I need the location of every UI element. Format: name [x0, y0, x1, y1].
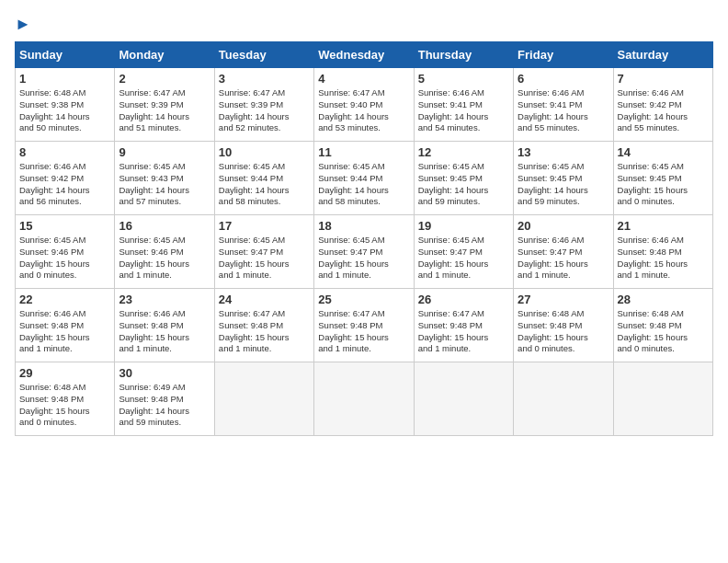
cell-details: Sunrise: 6:45 AM Sunset: 9:47 PM Dayligh… [418, 235, 509, 282]
calendar-cell: 9Sunrise: 6:45 AM Sunset: 9:43 PM Daylig… [115, 142, 214, 215]
cell-details: Sunrise: 6:45 AM Sunset: 9:43 PM Dayligh… [119, 161, 210, 208]
day-number: 3 [219, 72, 310, 86]
calendar-cell [414, 362, 513, 436]
calendar-cell: 2Sunrise: 6:47 AM Sunset: 9:39 PM Daylig… [115, 68, 214, 142]
day-number: 22 [19, 293, 110, 306]
calendar-cell: 11Sunrise: 6:45 AM Sunset: 9:44 PM Dayli… [314, 142, 414, 215]
calendar-cell [314, 362, 414, 436]
cell-details: Sunrise: 6:46 AM Sunset: 9:41 PM Dayligh… [518, 87, 609, 134]
cell-details: Sunrise: 6:48 AM Sunset: 9:48 PM Dayligh… [518, 308, 609, 355]
header-wednesday: Wednesday [314, 42, 414, 68]
week-row-3: 22Sunrise: 6:46 AM Sunset: 9:48 PM Dayli… [16, 289, 713, 362]
day-number: 30 [119, 366, 210, 380]
day-number: 18 [318, 219, 409, 233]
day-number: 29 [19, 366, 110, 380]
cell-details: Sunrise: 6:45 AM Sunset: 9:45 PM Dayligh… [618, 161, 709, 208]
calendar-cell: 29Sunrise: 6:48 AM Sunset: 9:48 PM Dayli… [16, 362, 115, 436]
calendar-cell: 12Sunrise: 6:45 AM Sunset: 9:45 PM Dayli… [414, 142, 513, 215]
day-number: 9 [119, 145, 210, 159]
day-number: 27 [518, 293, 609, 306]
day-number: 8 [19, 145, 110, 159]
header-tuesday: Tuesday [214, 42, 313, 68]
calendar-cell: 30Sunrise: 6:49 AM Sunset: 9:48 PM Dayli… [115, 362, 214, 436]
cell-details: Sunrise: 6:45 AM Sunset: 9:44 PM Dayligh… [219, 161, 310, 208]
calendar-table: SundayMondayTuesdayWednesdayThursdayFrid… [15, 41, 713, 436]
day-number: 1 [19, 72, 110, 86]
calendar-cell: 1Sunrise: 6:48 AM Sunset: 9:38 PM Daylig… [16, 68, 115, 142]
header-thursday: Thursday [414, 42, 513, 68]
day-number: 14 [618, 145, 709, 159]
calendar-cell: 17Sunrise: 6:45 AM Sunset: 9:47 PM Dayli… [214, 215, 313, 289]
day-number: 28 [618, 293, 709, 306]
calendar-cell: 27Sunrise: 6:48 AM Sunset: 9:48 PM Dayli… [514, 289, 613, 362]
calendar-cell [514, 362, 613, 436]
cell-details: Sunrise: 6:45 AM Sunset: 9:47 PM Dayligh… [219, 235, 310, 282]
day-number: 21 [618, 219, 709, 233]
calendar-cell: 16Sunrise: 6:45 AM Sunset: 9:46 PM Dayli… [115, 215, 214, 289]
calendar-cell [214, 362, 313, 436]
calendar-body: 1Sunrise: 6:48 AM Sunset: 9:38 PM Daylig… [16, 68, 713, 436]
cell-details: Sunrise: 6:46 AM Sunset: 9:42 PM Dayligh… [618, 87, 709, 134]
header-row: SundayMondayTuesdayWednesdayThursdayFrid… [16, 42, 713, 68]
day-number: 7 [618, 72, 709, 86]
day-number: 13 [518, 145, 609, 159]
week-row-2: 15Sunrise: 6:45 AM Sunset: 9:46 PM Dayli… [16, 215, 713, 289]
day-number: 19 [418, 219, 509, 233]
cell-details: Sunrise: 6:46 AM Sunset: 9:48 PM Dayligh… [19, 308, 110, 355]
calendar-cell: 4Sunrise: 6:47 AM Sunset: 9:40 PM Daylig… [314, 68, 414, 142]
calendar-cell: 18Sunrise: 6:45 AM Sunset: 9:47 PM Dayli… [314, 215, 414, 289]
header-friday: Friday [514, 42, 613, 68]
cell-details: Sunrise: 6:49 AM Sunset: 9:48 PM Dayligh… [119, 382, 210, 429]
cell-details: Sunrise: 6:46 AM Sunset: 9:47 PM Dayligh… [518, 235, 609, 282]
cell-details: Sunrise: 6:46 AM Sunset: 9:41 PM Dayligh… [418, 87, 509, 134]
cell-details: Sunrise: 6:47 AM Sunset: 9:48 PM Dayligh… [418, 308, 509, 355]
calendar-cell: 5Sunrise: 6:46 AM Sunset: 9:41 PM Daylig… [414, 68, 513, 142]
cell-details: Sunrise: 6:47 AM Sunset: 9:39 PM Dayligh… [219, 87, 310, 134]
logo-arrow: ► [15, 15, 31, 33]
cell-details: Sunrise: 6:46 AM Sunset: 9:48 PM Dayligh… [119, 308, 210, 355]
calendar-cell: 10Sunrise: 6:45 AM Sunset: 9:44 PM Dayli… [214, 142, 313, 215]
logo: ► [15, 15, 31, 34]
cell-details: Sunrise: 6:47 AM Sunset: 9:48 PM Dayligh… [219, 308, 310, 355]
day-number: 15 [19, 219, 110, 233]
day-number: 26 [418, 293, 509, 306]
cell-details: Sunrise: 6:48 AM Sunset: 9:48 PM Dayligh… [618, 308, 709, 355]
header-sunday: Sunday [16, 42, 115, 68]
day-number: 17 [219, 219, 310, 233]
cell-details: Sunrise: 6:45 AM Sunset: 9:46 PM Dayligh… [119, 235, 210, 282]
day-number: 4 [318, 72, 409, 86]
calendar-cell: 28Sunrise: 6:48 AM Sunset: 9:48 PM Dayli… [613, 289, 712, 362]
day-number: 2 [119, 72, 210, 86]
cell-details: Sunrise: 6:45 AM Sunset: 9:45 PM Dayligh… [418, 161, 509, 208]
week-row-0: 1Sunrise: 6:48 AM Sunset: 9:38 PM Daylig… [16, 68, 713, 142]
day-number: 25 [318, 293, 409, 306]
calendar-cell: 23Sunrise: 6:46 AM Sunset: 9:48 PM Dayli… [115, 289, 214, 362]
cell-details: Sunrise: 6:45 AM Sunset: 9:46 PM Dayligh… [19, 235, 110, 282]
calendar-cell: 21Sunrise: 6:46 AM Sunset: 9:48 PM Dayli… [613, 215, 712, 289]
calendar-cell: 15Sunrise: 6:45 AM Sunset: 9:46 PM Dayli… [16, 215, 115, 289]
cell-details: Sunrise: 6:47 AM Sunset: 9:40 PM Dayligh… [318, 87, 409, 134]
day-number: 20 [518, 219, 609, 233]
cell-details: Sunrise: 6:47 AM Sunset: 9:48 PM Dayligh… [318, 308, 409, 355]
day-number: 16 [119, 219, 210, 233]
calendar-header: SundayMondayTuesdayWednesdayThursdayFrid… [16, 42, 713, 68]
week-row-1: 8Sunrise: 6:46 AM Sunset: 9:42 PM Daylig… [16, 142, 713, 215]
calendar-cell [613, 362, 712, 436]
cell-details: Sunrise: 6:48 AM Sunset: 9:48 PM Dayligh… [19, 382, 110, 429]
calendar-cell: 22Sunrise: 6:46 AM Sunset: 9:48 PM Dayli… [16, 289, 115, 362]
calendar-cell: 24Sunrise: 6:47 AM Sunset: 9:48 PM Dayli… [214, 289, 313, 362]
cell-details: Sunrise: 6:45 AM Sunset: 9:44 PM Dayligh… [318, 161, 409, 208]
calendar-cell: 14Sunrise: 6:45 AM Sunset: 9:45 PM Dayli… [613, 142, 712, 215]
calendar-cell: 3Sunrise: 6:47 AM Sunset: 9:39 PM Daylig… [214, 68, 313, 142]
cell-details: Sunrise: 6:47 AM Sunset: 9:39 PM Dayligh… [119, 87, 210, 134]
calendar-cell: 6Sunrise: 6:46 AM Sunset: 9:41 PM Daylig… [514, 68, 613, 142]
calendar-cell: 13Sunrise: 6:45 AM Sunset: 9:45 PM Dayli… [514, 142, 613, 215]
cell-details: Sunrise: 6:48 AM Sunset: 9:38 PM Dayligh… [19, 87, 110, 134]
cell-details: Sunrise: 6:46 AM Sunset: 9:48 PM Dayligh… [618, 235, 709, 282]
day-number: 10 [219, 145, 310, 159]
calendar-cell: 8Sunrise: 6:46 AM Sunset: 9:42 PM Daylig… [16, 142, 115, 215]
calendar-cell: 19Sunrise: 6:45 AM Sunset: 9:47 PM Dayli… [414, 215, 513, 289]
cell-details: Sunrise: 6:46 AM Sunset: 9:42 PM Dayligh… [19, 161, 110, 208]
day-number: 11 [318, 145, 409, 159]
day-number: 24 [219, 293, 310, 306]
